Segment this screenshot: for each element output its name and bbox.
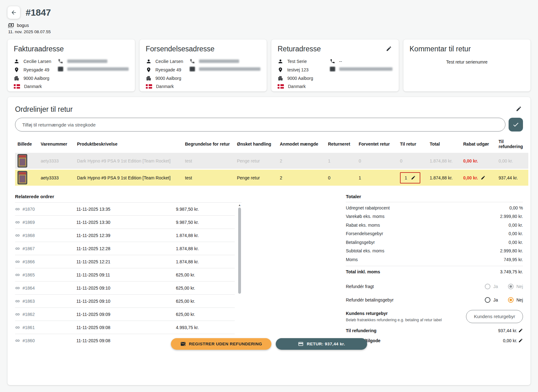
totals-row: Subtotal eks. moms2.999,80 kr. <box>346 247 523 255</box>
totals-row: Betalingsgebyr0,00 kr. <box>346 238 523 247</box>
link-icon <box>15 299 20 304</box>
invoice-address-title: Fakturaadresse <box>14 45 129 53</box>
shipping-street: Ryesgade 49 <box>156 67 182 72</box>
related-order-link[interactable]: #1864 <box>15 286 76 291</box>
barcode-confirm-button[interactable] <box>509 118 523 132</box>
edit-pencil-icon[interactable] <box>411 175 416 180</box>
orderline-refund: 0,00 kr. <box>496 153 528 170</box>
back-button[interactable] <box>8 6 20 19</box>
giftcard-value: 0,00 kr. <box>503 338 517 343</box>
related-orders-scrollbar[interactable]: ▲ ▼ <box>238 203 242 344</box>
orderline-action: Penge retur <box>234 153 277 170</box>
totals-row-value: 0,00 kr. <box>509 223 523 228</box>
related-order-amount: 4.993,75 kr. <box>176 325 199 330</box>
column-header: Billede <box>15 135 38 153</box>
return-detail-page: #1847 bogus 11. nov. 2025 08.07.55 Faktu… <box>0 0 538 392</box>
return-city: 9000 Aalborg <box>287 76 313 81</box>
related-order-row: #186711-11-2025 12:281.874,88 kr. <box>15 242 235 255</box>
to-return-qty: 1 <box>405 175 407 180</box>
edit-pencil-icon[interactable] <box>481 175 485 180</box>
related-order-link[interactable]: #1863 <box>15 299 76 304</box>
location-pin-icon <box>278 67 283 73</box>
orderlines-table: BilledeVarenummerProduktbeskrivelseBegru… <box>15 135 528 186</box>
orderline-discount: 0,00 kr. <box>463 175 478 180</box>
orderline-reason: test <box>182 153 234 170</box>
shipping-address-title: Forsendelsesadresse <box>146 45 261 53</box>
column-header: Rabat udgør <box>461 135 496 153</box>
phone-icon <box>330 59 335 64</box>
orderline-row[interactable]: aety3333Dark Hypno #9 PSA 9 1st Edition … <box>15 170 528 186</box>
customer-return-fee-label: Kundens returgebyr <box>346 311 442 316</box>
totals-row-value: 749,95 kr. <box>504 257 523 262</box>
link-icon <box>15 220 20 225</box>
redacted-email <box>339 67 392 71</box>
column-header: Til retur <box>397 135 427 153</box>
related-order-link[interactable]: #1869 <box>15 220 76 225</box>
scroll-up-icon[interactable]: ▲ <box>238 203 241 207</box>
column-header: Total <box>427 135 461 153</box>
product-image <box>18 154 27 168</box>
related-order-link[interactable]: #1868 <box>15 233 76 238</box>
orderline-requested-qty: 2 <box>277 153 325 170</box>
related-order-date: 11-11-2025 09:08 <box>76 325 176 330</box>
related-order-link[interactable]: #1861 <box>15 325 76 330</box>
register-without-refund-button[interactable]: REGISTRER UDEN REFUNDERING <box>171 338 272 350</box>
link-icon <box>15 325 20 330</box>
order-created-at: 11. nov. 2025 08.07.55 <box>8 29 530 34</box>
related-order-link[interactable]: #1865 <box>15 272 76 277</box>
customer-return-fee-input[interactable] <box>466 310 523 323</box>
totals-row: Udregnet rabatprocent0,00 % <box>346 204 523 212</box>
refund-payment-fee-yes-radio[interactable] <box>485 297 490 303</box>
return-phone: -- <box>339 59 342 64</box>
location-pin-icon <box>14 67 19 73</box>
process-return-button[interactable]: RETUR: 937,44 kr. <box>276 338 367 350</box>
totals-row: Forsendelsesgebyr0,00 kr. <box>346 230 523 238</box>
to-return-qty-editor[interactable]: 1 <box>400 172 420 183</box>
order-meta: bogus 11. nov. 2025 08.07.55 <box>0 19 538 34</box>
edit-orderlines-button[interactable] <box>515 105 523 114</box>
refund-payment-fee-no-radio[interactable] <box>508 297 514 303</box>
grand-total-label: Total inkl. moms <box>346 269 380 274</box>
totals-row-value: 0,00 kr. <box>509 240 523 245</box>
scrollbar-thumb[interactable] <box>238 208 241 294</box>
to-refund-value: 937,44 kr. <box>498 328 518 333</box>
related-order-date: 11-11-2025 12:21 <box>76 259 176 264</box>
column-header: Returneret <box>325 135 356 153</box>
totals-row: Rabat eks. moms0,00 kr. <box>346 221 523 230</box>
related-order-date: 11-11-2025 09:08 <box>76 338 176 343</box>
email-icon <box>190 67 195 71</box>
related-order-link[interactable]: #1860 <box>15 338 76 343</box>
related-order-link[interactable]: #1866 <box>15 259 76 264</box>
orderline-description: Dark Hypno #9 PSA 9 1st Edition [Team Ro… <box>74 153 182 170</box>
return-address-title: Returadresse <box>278 45 392 53</box>
edit-return-address-button[interactable] <box>385 44 393 54</box>
person-icon <box>278 59 283 64</box>
return-street: testvej 123 <box>287 67 309 72</box>
edit-pencil-icon[interactable] <box>518 328 523 333</box>
orderline-refund: 937,44 kr. <box>496 170 528 186</box>
totals-row-label: Forsendelsesgebyr <box>346 231 383 236</box>
totals-row-value: 0,00 % <box>509 205 523 210</box>
related-order-link[interactable]: #1870 <box>15 207 76 212</box>
totals-rows: Udregnet rabatprocent0,00 %Varekøb eks. … <box>346 204 523 264</box>
refund-shipping-no-label: Nej <box>516 284 523 289</box>
phone-icon <box>190 59 195 64</box>
related-order-amount: 625,00 kr. <box>176 286 195 291</box>
orderline-reason: test <box>182 170 234 186</box>
link-icon <box>15 207 20 212</box>
edit-pencil-icon[interactable] <box>518 338 523 343</box>
orderline-row[interactable]: aety3333Dark Hypno #9 PSA 9 1st Edition … <box>15 153 528 170</box>
invoice-country: Danmark <box>24 84 42 89</box>
totals-row-value: 2.999,80 kr. <box>500 248 523 253</box>
related-order-amount: 9.987,50 kr. <box>176 220 199 225</box>
barcode-scan-input[interactable] <box>15 118 505 132</box>
shipping-city: 9000 Aalborg <box>156 76 182 81</box>
redacted-phone <box>67 59 107 63</box>
refund-shipping-row: Refundér fragt Ja Nej <box>346 280 523 293</box>
related-order-link[interactable]: #1862 <box>15 312 76 317</box>
invoice-street: Ryesgade 49 <box>23 67 49 72</box>
product-image <box>18 171 27 184</box>
totals-row-label: Udregnet rabatprocent <box>346 205 390 210</box>
related-order-link[interactable]: #1867 <box>15 246 76 251</box>
refund-payment-fee-row: Refundér betalingsgebyr Ja Nej <box>346 293 523 307</box>
